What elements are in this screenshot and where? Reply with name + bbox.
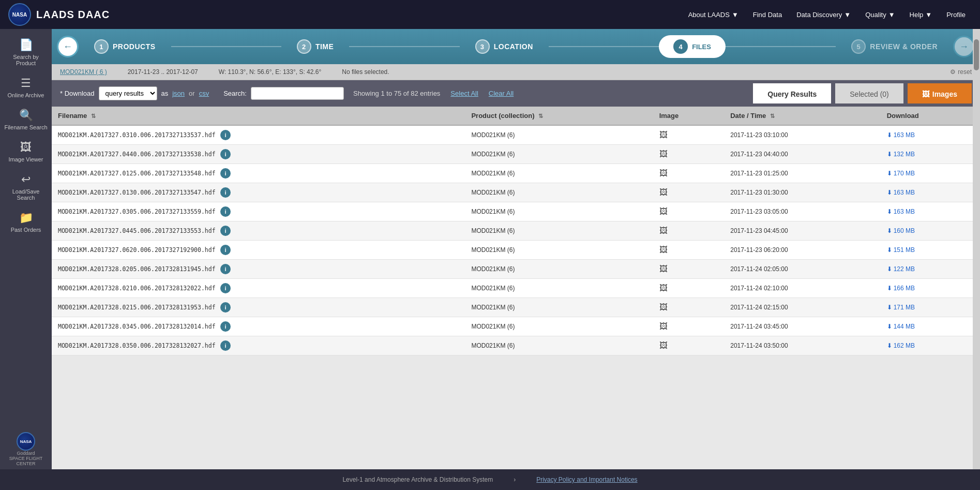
download-link[interactable]: ⬇ 132 MB [887,151,974,158]
cell-datetime: 2017-11-23 04:40:00 [724,145,880,164]
sidebar-item-label: Online Archive [8,92,44,98]
image-preview-icon[interactable]: 🖼 [659,322,668,331]
sidebar-item-past-orders[interactable]: 📁 Past Orders [0,206,52,238]
image-preview-icon[interactable]: 🖼 [659,226,668,235]
sort-icon-datetime: ⇅ [770,113,775,119]
download-link[interactable]: ⬇ 163 MB [887,131,974,139]
cell-image: 🖼 [653,221,725,241]
scrollbar-thumb[interactable] [974,39,979,70]
col-product[interactable]: Product (collection) ⇅ [465,107,653,125]
nav-profile[interactable]: Profile [940,7,972,23]
sidebar-item-image-viewer[interactable]: 🖼 Image Viewer [0,136,52,168]
csv-link[interactable]: csv [199,90,209,97]
image-preview-icon[interactable]: 🖼 [659,341,668,350]
wizard-step-products[interactable]: 1 PRODUCTS [79,39,171,54]
info-button[interactable]: i [220,226,231,236]
info-button[interactable]: i [220,321,231,332]
download-link[interactable]: ⬇ 171 MB [887,304,974,311]
col-datetime[interactable]: Date / Time ⇅ [724,107,880,125]
info-button[interactable]: i [220,149,231,159]
info-button[interactable]: i [220,340,231,351]
download-link[interactable]: ⬇ 122 MB [887,265,974,273]
col-filename[interactable]: Filename ⇅ [52,107,465,125]
cell-download: ⬇ 122 MB [881,260,980,279]
table-row: MOD021KM.A2017327.0310.006.2017327133537… [52,125,980,145]
download-link[interactable]: ⬇ 162 MB [887,342,974,349]
image-preview-icon[interactable]: 🖼 [659,264,668,273]
cell-download: ⬇ 171 MB [881,298,980,317]
sidebar-item-search-by-product[interactable]: 📄 Search by Product [0,33,52,71]
info-button[interactable]: i [220,245,231,255]
table-row: MOD021KM.A2017327.0125.006.2017327133548… [52,164,980,183]
download-link[interactable]: ⬇ 163 MB [887,208,974,215]
image-preview-icon[interactable]: 🖼 [659,150,668,158]
nav-quality[interactable]: Quality ▼ [859,7,901,23]
download-link[interactable]: ⬇ 144 MB [887,323,974,330]
image-preview-icon[interactable]: 🖼 [659,169,668,177]
sidebar-item-online-archive[interactable]: ☰ Online Archive [0,71,52,103]
image-preview-icon[interactable]: 🖼 [659,207,668,216]
cell-image: 🖼 [653,202,725,221]
download-icon: ⬇ [887,151,892,158]
footer: Level-1 and Atmosphere Archive & Distrib… [0,469,980,490]
download-link[interactable]: ⬇ 170 MB [887,170,974,177]
sidebar-item-load-save-search[interactable]: ↩ Load/Save Search [0,168,52,206]
nav-data-discovery[interactable]: Data Discovery ▼ [790,7,857,23]
wizard-step-files[interactable]: 4 FILES [659,35,726,58]
image-preview-icon[interactable]: 🖼 [659,188,668,197]
cell-datetime: 2017-11-24 02:10:00 [724,279,880,298]
footer-privacy-link[interactable]: Privacy Policy and Important Notices [536,476,637,483]
tab-query-results[interactable]: Query Results [753,83,831,103]
image-preview-icon[interactable]: 🖼 [659,130,668,139]
cell-filename: MOD021KM.A2017328.0215.006.2017328131953… [52,298,465,317]
select-all-button[interactable]: Select All [450,90,478,97]
info-button[interactable]: i [220,264,231,274]
footer-center-text: Level-1 and Atmosphere Archive & Distrib… [342,476,493,483]
table-row: MOD021KM.A2017327.0445.006.2017327133553… [52,221,980,241]
info-button[interactable]: i [220,130,231,140]
cell-download: ⬇ 144 MB [881,317,980,336]
top-nav-links: About LAADS ▼ Find Data Data Discovery ▼… [682,7,972,23]
info-button[interactable]: i [220,187,231,198]
logo-area: NASA LAADS DAAC [8,3,110,26]
cell-product: MOD021KM (6) [465,221,653,241]
scrollbar[interactable] [973,29,980,469]
wizard-step-review[interactable]: 5 REVIEW & ORDER [836,39,953,54]
image-preview-icon[interactable]: 🖼 [659,303,668,311]
sidebar-item-filename-search[interactable]: 🔍 Filename Search [0,103,52,136]
tab-selected[interactable]: Selected (0) [835,83,903,103]
reset-button[interactable]: ⚙ reset [950,68,972,76]
nav-find-data[interactable]: Find Data [747,7,788,23]
image-icon: 🖼 [20,141,32,154]
cell-datetime: 2017-11-24 02:05:00 [724,260,880,279]
sort-icon-filename: ⇅ [91,113,96,119]
download-link[interactable]: ⬇ 166 MB [887,285,974,292]
info-button[interactable]: i [220,283,231,293]
wizard-step-location[interactable]: 3 LOCATION [460,39,549,54]
nav-help[interactable]: Help ▼ [903,7,939,23]
top-navigation: NASA LAADS DAAC About LAADS ▼ Find Data … [0,0,980,29]
nav-about-laads[interactable]: About LAADS ▼ [682,7,745,23]
wizard-forward-button[interactable]: → [953,36,975,57]
cell-filename: MOD021KM.A2017327.0125.006.2017327133548… [52,164,465,183]
info-button[interactable]: i [220,206,231,217]
image-preview-icon[interactable]: 🖼 [659,245,668,254]
cell-download: ⬇ 132 MB [881,145,980,164]
info-button[interactable]: i [220,168,231,179]
image-preview-icon[interactable]: 🖼 [659,284,668,292]
wizard-back-button[interactable]: ← [57,36,79,57]
wizard-step-time[interactable]: 2 TIME [281,39,349,54]
reset-label: reset [958,68,972,76]
download-link[interactable]: ⬇ 151 MB [887,246,974,254]
cell-download: ⬇ 170 MB [881,164,980,183]
tab-images[interactable]: 🖼 Images [908,83,972,103]
download-select[interactable]: query results [99,86,157,100]
clear-all-button[interactable]: Clear All [489,90,514,97]
breadcrumb-product[interactable]: MOD021KM ( 6 ) [60,68,107,76]
cell-datetime: 2017-11-23 01:30:00 [724,183,880,202]
json-link[interactable]: json [172,90,185,97]
info-button[interactable]: i [220,302,231,313]
search-input[interactable] [251,87,344,100]
download-link[interactable]: ⬇ 163 MB [887,189,974,196]
download-link[interactable]: ⬇ 160 MB [887,227,974,234]
